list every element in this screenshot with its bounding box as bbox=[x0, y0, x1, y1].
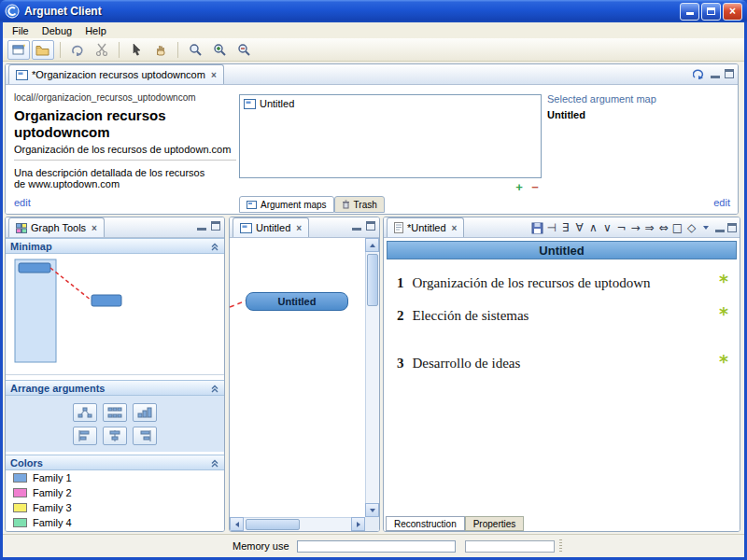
tab-properties[interactable]: Properties bbox=[465, 516, 525, 531]
layout-align-right-icon bbox=[137, 430, 152, 441]
family-row[interactable]: Family 3 bbox=[6, 500, 224, 515]
scroll-left-button[interactable] bbox=[230, 517, 244, 531]
logic-forall-button[interactable]: ∀ bbox=[572, 219, 586, 236]
logic-exists-button[interactable]: ∃ bbox=[558, 219, 572, 236]
arrange-align-left-button[interactable] bbox=[73, 427, 97, 445]
zoom-out-button[interactable] bbox=[233, 40, 255, 60]
arrange-section-header[interactable]: Arrange arguments bbox=[6, 380, 224, 396]
new-debate-button[interactable] bbox=[7, 40, 30, 60]
open-debate-button[interactable] bbox=[32, 40, 54, 60]
argument-node[interactable]: Untitled bbox=[246, 292, 348, 311]
statement-row[interactable]: 1 Organización de los recursos de uptodo… bbox=[397, 275, 728, 291]
collapse-chevron-icon[interactable] bbox=[210, 384, 219, 393]
tab-trash[interactable]: Trash bbox=[334, 196, 385, 213]
logic-and-button[interactable]: ∧ bbox=[586, 219, 600, 236]
map-canvas[interactable]: Untitled bbox=[230, 238, 365, 517]
tab-reconstruction-editor[interactable]: *Untitled × bbox=[387, 217, 464, 237]
titlebar[interactable]: Argunet Client × bbox=[0, 0, 747, 22]
maximize-button[interactable] bbox=[701, 3, 721, 21]
close-button[interactable]: × bbox=[723, 3, 742, 21]
menu-debug[interactable]: Debug bbox=[35, 24, 78, 37]
maximize-view-icon[interactable] bbox=[725, 69, 734, 78]
logic-diamond-button[interactable]: ◇ bbox=[684, 219, 698, 236]
list-item[interactable]: Untitled bbox=[240, 95, 541, 112]
family-row[interactable]: Family 2 bbox=[6, 485, 224, 500]
redo-button[interactable] bbox=[66, 40, 89, 60]
logic-or-button[interactable]: ∨ bbox=[600, 219, 614, 236]
statement-row[interactable]: 3 Desarrollo de ideas * bbox=[397, 356, 728, 371]
app-icon[interactable] bbox=[5, 4, 20, 19]
section-title: Arrange arguments bbox=[10, 383, 105, 394]
argument-maps-list[interactable]: Untitled bbox=[239, 94, 542, 178]
window-title: Argunet Client bbox=[24, 5, 678, 18]
family-label: Family 1 bbox=[33, 472, 72, 483]
tab-map-canvas[interactable]: Untitled × bbox=[233, 217, 309, 237]
horizontal-scrollbar[interactable] bbox=[230, 517, 365, 531]
scroll-right-button[interactable] bbox=[351, 517, 365, 531]
logic-arrow-button[interactable]: → bbox=[628, 219, 642, 236]
arrange-align-center-button[interactable] bbox=[103, 427, 127, 445]
zoom-in-button[interactable] bbox=[208, 40, 231, 60]
vertical-scrollbar[interactable] bbox=[365, 238, 379, 517]
zoom-marquee-button[interactable] bbox=[184, 40, 206, 60]
select-tool-button[interactable] bbox=[125, 40, 148, 60]
scrollbar-thumb[interactable] bbox=[367, 254, 378, 306]
layout-align-left-icon bbox=[78, 430, 92, 441]
family-row[interactable]: Family 4 bbox=[6, 515, 224, 530]
arrange-grid-button[interactable] bbox=[103, 403, 127, 422]
tab-argument-maps[interactable]: Argument maps bbox=[239, 196, 334, 213]
logic-implies-button[interactable]: ⇒ bbox=[642, 219, 656, 236]
curved-arrow-icon[interactable] bbox=[693, 68, 706, 79]
logic-iff-button[interactable]: ⇔ bbox=[656, 219, 670, 236]
close-tab-icon[interactable]: × bbox=[296, 223, 302, 233]
canvas-tabbar: Untitled × bbox=[230, 217, 379, 238]
arrange-bars-button[interactable] bbox=[133, 403, 157, 422]
scroll-down-button[interactable] bbox=[365, 503, 379, 517]
close-tab-icon[interactable]: × bbox=[92, 223, 97, 233]
minimize-view-icon[interactable] bbox=[197, 221, 206, 231]
minimize-view-icon[interactable] bbox=[711, 69, 720, 78]
minimize-view-icon[interactable] bbox=[715, 223, 725, 232]
family-row[interactable]: Family 1 bbox=[6, 470, 224, 485]
pan-tool-button[interactable] bbox=[149, 40, 172, 60]
logic-not-button[interactable]: ¬ bbox=[614, 219, 628, 236]
scissors-icon bbox=[95, 43, 108, 56]
tab-reconstruction[interactable]: Reconstruction bbox=[386, 516, 465, 531]
collapse-chevron-icon[interactable] bbox=[210, 458, 219, 468]
logic-box-button[interactable]: □ bbox=[670, 219, 684, 236]
arrange-align-right-button[interactable] bbox=[133, 427, 157, 445]
edit-map-link[interactable]: edit bbox=[713, 197, 730, 208]
family-label: Family 4 bbox=[33, 517, 72, 528]
maximize-view-icon[interactable] bbox=[211, 221, 220, 231]
save-button[interactable] bbox=[530, 219, 544, 236]
minimap-section-header[interactable]: Minimap bbox=[6, 238, 224, 254]
maximize-view-icon[interactable] bbox=[727, 223, 737, 232]
toolbar-overflow-icon[interactable] bbox=[698, 219, 712, 236]
edit-debate-link[interactable]: edit bbox=[14, 197, 31, 208]
tab-graph-tools[interactable]: Graph Tools × bbox=[8, 217, 105, 237]
menu-help[interactable]: Help bbox=[78, 24, 113, 37]
arrange-tree-down-button[interactable] bbox=[73, 403, 97, 422]
layout-bars-icon bbox=[137, 407, 152, 418]
minimize-button[interactable] bbox=[680, 3, 699, 21]
close-tab-icon[interactable]: × bbox=[211, 70, 217, 80]
statement-number: 3 bbox=[397, 356, 404, 371]
add-map-button[interactable]: + bbox=[513, 180, 526, 194]
scrollbar-thumb[interactable] bbox=[246, 519, 300, 530]
logic-tack-button[interactable]: ⊣ bbox=[544, 219, 558, 236]
tab-debate-editor[interactable]: *Organizacion recursos uptodowncom × bbox=[8, 64, 224, 84]
statement-row[interactable]: 2 Elección de sistemas * bbox=[397, 308, 728, 324]
minimize-view-icon[interactable] bbox=[352, 221, 361, 231]
menu-file[interactable]: File bbox=[6, 24, 35, 37]
cut-button[interactable] bbox=[91, 40, 113, 60]
debate-details: local//organizacion_recursos_uptodowncom… bbox=[14, 92, 236, 189]
app-window: Argunet Client × File Debug Help bbox=[0, 0, 747, 560]
remove-map-button[interactable]: − bbox=[529, 180, 542, 194]
layout-align-center-icon bbox=[107, 430, 122, 441]
scroll-up-button[interactable] bbox=[365, 238, 379, 252]
collapse-chevron-icon[interactable] bbox=[210, 242, 219, 251]
colors-section-header[interactable]: Colors bbox=[6, 455, 224, 470]
minimap-canvas[interactable] bbox=[6, 254, 224, 375]
maximize-view-icon[interactable] bbox=[366, 221, 375, 231]
close-tab-icon[interactable]: × bbox=[452, 223, 458, 233]
